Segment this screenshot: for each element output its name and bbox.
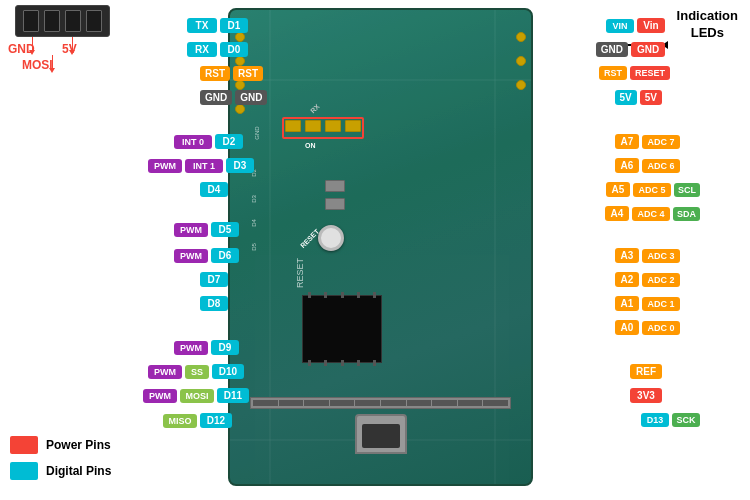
pin-adc3: A3 ADC 3 [615, 248, 680, 263]
board-gnd-text: GND [254, 126, 260, 139]
pin-d9: PWM D9 [174, 340, 239, 355]
pin-d8-label: D8 [200, 296, 228, 311]
pin-miso-label: MISO [163, 414, 197, 428]
pad-left-1 [235, 32, 245, 42]
pin-d3-label: D3 [226, 158, 254, 173]
pin-gnd-right: GND GND [596, 42, 665, 57]
board-d3-text: D3 [251, 195, 257, 203]
pin-rst-label: RST [200, 66, 230, 81]
pin-gnd-left: GND GND [200, 90, 267, 105]
pin-gnd-right-label: GND [631, 42, 665, 57]
pin-d11-label: D11 [217, 388, 249, 403]
pin-3v3: 3V3 [630, 388, 662, 403]
pin-gnd-label: GND [200, 90, 232, 105]
pin-pwm-5-label: PWM [148, 365, 182, 379]
connector-pin-2 [44, 10, 60, 32]
pin-int0-label: INT 0 [174, 135, 212, 149]
pin-a3-label: A3 [615, 248, 639, 263]
pin-d12-label: D12 [200, 413, 232, 428]
connector-pin-1 [23, 10, 39, 32]
pad-right-2 [516, 56, 526, 66]
pin-d7: D7 [200, 272, 228, 287]
chip-legs-top [308, 292, 376, 298]
pin-d10: PWM SS D10 [148, 364, 244, 379]
small-component-1 [325, 180, 345, 192]
small-component-2 [325, 198, 345, 210]
chip-legs-bottom [308, 360, 376, 366]
pin-d5: PWM D5 [174, 222, 239, 237]
pin-a5-label: A5 [606, 182, 630, 197]
pin-ref-label: REF [630, 364, 662, 379]
pad-left-3 [235, 80, 245, 90]
pin-reset-right: RST RESET [599, 66, 670, 80]
pin-rst-pin-label: RST [233, 66, 263, 81]
pin-int1: PWM INT 1 D3 [148, 158, 254, 173]
pin-adc0: A0 ADC 0 [615, 320, 680, 335]
pin-int1-label: INT 1 [185, 159, 223, 173]
board-title: RESET [295, 258, 305, 288]
pin-d6: PWM D6 [174, 248, 239, 263]
pin-adc7: A7 ADC 7 [615, 134, 680, 149]
pcb-board: RX GND D2 D3 D4 D5 RESET [228, 8, 533, 486]
usb-connector [355, 414, 407, 454]
pin-adc2: A2 ADC 2 [615, 272, 680, 287]
pin-d10-label: D10 [212, 364, 244, 379]
pin-sck-label: SCK [672, 413, 700, 427]
on-text: ON [305, 142, 316, 149]
pin-adc1: A1 ADC 1 [615, 296, 680, 311]
pin-adc7-label: ADC 7 [642, 135, 680, 149]
legend-power-box [10, 436, 38, 454]
pin-a1-label: A1 [615, 296, 639, 311]
connector-image [15, 5, 110, 37]
pin-adc1-label: ADC 1 [642, 297, 680, 311]
board-d4-text: D4 [251, 219, 257, 227]
pin-rst-left: RST RST [200, 66, 263, 81]
connector-pin-4 [86, 10, 102, 32]
pin-adc2-label: ADC 2 [642, 273, 680, 287]
pin-3v3-label: 3V3 [630, 388, 662, 403]
pin-pwm-2-label: PWM [174, 223, 208, 237]
pin-rx-label: RX [187, 42, 217, 57]
pin-d1-label: D1 [220, 18, 248, 33]
pad-left-4 [235, 104, 245, 114]
pin-adc4: A4 ADC 4 SDA [605, 206, 700, 221]
pin-tx-label: TX [187, 18, 217, 33]
pin-ref: REF [630, 364, 662, 379]
pin-d11: PWM MOSI D11 [143, 388, 249, 403]
bottom-connector-strip [250, 397, 511, 409]
pin-scl-label: SCL [674, 183, 700, 197]
pin-adc6: A6 ADC 6 [615, 158, 680, 173]
pin-ss-label: SS [185, 365, 209, 379]
pin-rx: RX D0 [187, 42, 248, 57]
pin-adc4-label: ADC 4 [632, 207, 670, 221]
pin-d0-label: D0 [220, 42, 248, 57]
pin-pwm-1-label: PWM [148, 159, 182, 173]
pin-gnd-pin-label: GND [235, 90, 267, 105]
mosi-label: MOSI [22, 58, 53, 72]
pin-d4: D4 [200, 182, 228, 197]
usb-port-hole [362, 424, 400, 448]
legend-digital-box [10, 462, 38, 480]
pin-vin: VIN Vin [606, 18, 665, 33]
pin-d8: D8 [200, 296, 228, 311]
legend-power-label: Power Pins [46, 438, 111, 452]
pin-vin-board-label: VIN [606, 19, 634, 33]
pin-a0-label: A0 [615, 320, 639, 335]
pin-d13-label: D13 [641, 413, 669, 427]
pin-d6-label: D6 [211, 248, 239, 263]
board-d5-text: D5 [251, 243, 257, 251]
pin-vin-label: Vin [637, 18, 665, 33]
pin-d9-label: D9 [211, 340, 239, 355]
main-container: GND 5V MOSI RX GND D2 D3 D4 D5 [0, 0, 750, 500]
pin-pwm-6-label: PWM [143, 389, 177, 403]
pin-adc6-label: ADC 6 [642, 159, 680, 173]
pin-sda-label: SDA [673, 207, 700, 221]
pin-5v-board-label: 5V [615, 90, 637, 105]
main-ic-chip [302, 295, 382, 363]
legend-digital-label: Digital Pins [46, 464, 111, 478]
pin-pwm-4-label: PWM [174, 341, 208, 355]
legend-digital-pins: Digital Pins [10, 462, 111, 480]
pin-d4-label: D4 [200, 182, 228, 197]
pad-right-1 [516, 32, 526, 42]
legend: Power Pins Digital Pins [10, 436, 111, 480]
